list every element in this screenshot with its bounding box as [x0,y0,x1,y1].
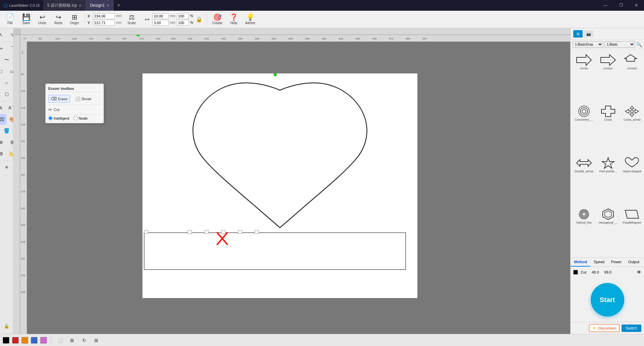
save-btn[interactable]: 💾 Save [19,12,34,26]
toolbox-sep-2 [48,114,101,115]
height-pct-input[interactable] [177,20,189,26]
disconnect-button[interactable]: ⚡ Disconnect [589,324,619,332]
layer-visibility-btn[interactable]: 👁 [637,270,641,275]
bottom-tool-rotate[interactable]: ↻ [79,336,89,345]
resize-handle-tl[interactable] [144,230,148,234]
resize-handle-tm1[interactable] [188,230,192,234]
tab-output[interactable]: Output [625,258,643,267]
category-dropdown[interactable]: 1.BasicGray [573,41,603,48]
shape-five-pointed[interactable]: Five-pointe... [597,155,619,204]
node-label: Node [79,116,87,120]
intelligent-radio[interactable]: Intelligent [48,116,69,120]
start-button[interactable]: Start [591,283,624,316]
eraser-tool[interactable]: ⌫ [0,114,6,125]
pen-tool[interactable]: ✏ [0,43,6,54]
shape-helical[interactable]: Helical_line [573,206,595,255]
polygon-tool[interactable]: ⬡ [1,89,12,100]
color-orange[interactable] [21,337,28,344]
freehand-tool[interactable]: 〜 [1,55,12,65]
shape-cross[interactable]: Cross [597,103,619,152]
advice-btn[interactable]: 💡 Advice [242,12,258,26]
cut-option[interactable]: ✂ Cut [48,106,101,113]
switch-button[interactable]: Switch [622,325,641,332]
color-blue[interactable] [31,337,38,344]
x-coord-label: X [87,14,92,18]
erase-btn[interactable]: ⌫ Erase [48,95,70,103]
shape-hexagonal[interactable]: Hexagonal_... [597,206,619,255]
color-black[interactable] [3,337,9,344]
bottom-tool-rect[interactable]: ⬜ [55,336,65,345]
shape-five-pointed-label: Five-pointe... [599,170,617,173]
tool-sep-2 [2,101,11,101]
resize-handle-tm3[interactable] [221,230,225,234]
grid-tool[interactable]: ⊞ [0,148,6,159]
tab-close-btn-active[interactable]: ✕ [107,4,109,7]
canvas-content[interactable]: 77 90 115 128 141 154 167 179 192 205 21… [20,35,570,334]
resize-handle-tm5[interactable] [255,230,259,234]
scale-btn[interactable]: ⚖ Scale [124,12,139,26]
origin-btn[interactable]: ⊞ Origin [67,12,82,26]
color-red[interactable] [12,337,19,344]
search-btn[interactable]: 🔍 [636,42,642,47]
lock-icon[interactable]: 🔒 [196,16,202,22]
height-input[interactable] [153,20,169,26]
shape-arrow2-label: Arrow2 [627,67,637,70]
bottom-tool-grid[interactable]: ⊞ [92,336,101,345]
ellipse-tool[interactable]: ○ [1,77,12,88]
shape-cross-arrow[interactable]: Cross_arrow [622,103,643,152]
break-btn[interactable]: ⬜ Break [73,95,94,103]
shape-heart[interactable]: Heart-shaped [622,155,643,204]
grid-view-btn[interactable]: ⊞ [573,30,583,38]
layer-power-val: 99.0 [604,270,611,274]
canvas-area[interactable]: 77 90 115 128 141 154 167 179 192 205 21… [13,28,570,334]
window-controls: — ❐ ✕ [598,0,644,11]
resize-handle-tm2[interactable] [204,230,209,234]
work-area[interactable] [142,73,417,298]
tab-method[interactable]: Method [571,258,590,267]
intelligent-radio-input[interactable] [48,116,53,120]
redo-btn[interactable]: ↪ Redo [51,12,66,26]
help-btn[interactable]: ❓ Help [226,12,241,26]
shape-arrow[interactable]: Arrow [573,52,595,101]
tab-design1[interactable]: Design1 ✕ [86,0,114,11]
lock-canvas-tool[interactable]: 🔒 [1,321,12,331]
tab-close-btn[interactable]: ✕ [79,4,81,7]
width-pct-input[interactable] [177,13,189,19]
shape-double-arrow[interactable]: Double_arrow [573,155,595,204]
shape-parallelogram[interactable]: Parallelogram [622,206,643,255]
tab-design-template[interactable]: 5.设计图模板.lcp ✕ [43,0,86,11]
right-panel: ⊞ 📷 1.BasicGray 1.Basic 🔍 [570,28,644,334]
y-coord-input[interactable] [93,20,115,26]
undo-btn[interactable]: ↩ Undo [35,12,50,26]
svg-text:205: 205 [171,37,176,40]
fill-tool[interactable]: 🪣 [1,125,12,136]
help-icon: ❓ [230,14,238,20]
create-btn[interactable]: 🎯 Create [210,12,225,26]
shape-concentric[interactable]: Concentric_... [573,103,595,152]
text-tool[interactable]: A [0,103,6,113]
resize-handle-tm4[interactable] [238,230,242,234]
minimize-btn[interactable]: — [598,0,613,11]
close-btn[interactable]: ✕ [629,0,644,11]
maximize-btn[interactable]: ❐ [613,0,629,11]
tab-power[interactable]: Power [608,258,625,267]
layer-tool[interactable]: ⊕ [0,137,6,148]
node-radio[interactable]: Node [73,116,87,120]
color-purple[interactable] [40,337,47,344]
list-view-btn[interactable]: 📷 [584,30,593,38]
style-dropdown[interactable]: 1.Basic [604,41,635,48]
x-coord-input[interactable] [93,13,115,19]
tab-label-active: Design1 [90,3,105,8]
node-radio-input[interactable] [73,116,78,120]
tab-speed[interactable]: Speed [590,258,608,267]
file-btn[interactable]: 📄 File [3,12,17,26]
width-input[interactable] [153,13,169,19]
help-label: Help [230,21,237,25]
bottom-tool-select[interactable]: ⊞ [67,336,77,345]
shape-arrow2[interactable]: Arrow2 [622,52,643,101]
rect-tool[interactable]: □ [0,66,6,77]
shape-arrow1[interactable]: Arrow1 [597,52,619,101]
special-tool[interactable]: ✳ [1,162,12,173]
new-tab-btn[interactable]: + [114,2,123,8]
select-tool[interactable]: ↖ [0,30,6,40]
